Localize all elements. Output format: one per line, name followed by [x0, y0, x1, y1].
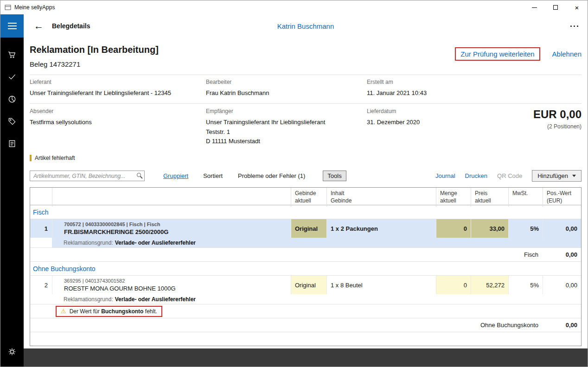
bottom-app-bar [24, 348, 588, 367]
menge-cell[interactable]: 0 [436, 219, 471, 238]
shopping-cart-icon [7, 50, 17, 59]
app-icon [5, 4, 11, 11]
document-total: EUR 0,00 [506, 108, 582, 121]
sidebar-item-tasks[interactable] [0, 66, 24, 88]
created-label: Erstellt am [367, 79, 506, 85]
ellipsis-icon [570, 25, 572, 27]
article-search [30, 171, 145, 181]
gebinde-cell[interactable]: Original [291, 219, 326, 238]
group-footer-value: 0,00 [543, 248, 581, 261]
validation-warning: ⚠ Der Wert für Buchungskonto fehlt. [56, 306, 162, 317]
print-button[interactable]: Drucken [465, 172, 487, 179]
reason-value: Verlade- oder Ausliefererfehler [115, 296, 196, 303]
reason-value: Verlade- oder Ausliefererfehler [115, 240, 196, 246]
add-button-label: Hinzufügen [537, 172, 568, 179]
more-button[interactable] [569, 23, 579, 30]
delivery-date-label: Lieferdatum [367, 108, 506, 114]
sidebar-item-settings[interactable] [0, 341, 24, 363]
validation-warning-row: ⚠ Der Wert für Buchungskonto fehlt. [30, 304, 581, 318]
document-detail: Reklamation [In Bearbeitung] Beleg 14732… [24, 38, 588, 348]
col-header-menge: Menge aktuell [436, 188, 471, 206]
window-controls: × [524, 0, 588, 14]
reason-label: Reklamationsgrund: [64, 240, 113, 246]
filter-grouped[interactable]: Gruppiert [163, 172, 188, 179]
article-name: ROESTF MONA GOURM BOHNE 1000G [64, 285, 287, 292]
row-number: 1 [30, 219, 52, 238]
article-name: FR.BISMARCKHERINGE 2500/2000G [64, 228, 287, 235]
col-header-gebinde: Gebinde aktuell [291, 188, 326, 206]
minimize-button[interactable] [524, 0, 545, 14]
col-header-inhalt: Inhalt Gebinde [326, 188, 436, 206]
sidebar-item-statistics[interactable] [0, 88, 24, 110]
minimize-icon [532, 7, 537, 8]
document-title: Reklamation [In Bearbeitung] [30, 44, 159, 55]
pie-chart-icon [7, 95, 17, 104]
warning-text: Der Wert für Buchungskonto fehlt. [70, 308, 157, 315]
supplier-label: Lieferant [30, 79, 206, 85]
qr-code-button: QR Code [497, 172, 522, 179]
price-tag-icon [7, 117, 17, 126]
sender-value: Testfirma sellysolutions [30, 118, 206, 127]
ledger-icon [7, 139, 17, 148]
info-row-1: Lieferant Unser Trainingslieferant Ihr L… [30, 75, 582, 104]
filter-sorted[interactable]: Sortiert [203, 172, 223, 179]
info-row-2: Absender Testfirma sellysolutions Empfän… [30, 104, 582, 150]
chevron-down-icon [572, 175, 576, 177]
preis-cell[interactable]: 33,00 [471, 219, 508, 238]
checkmark-icon [7, 72, 17, 82]
menge-cell[interactable]: 0 [436, 276, 471, 294]
group-footer-label: Fisch [30, 248, 543, 261]
maximize-button[interactable] [545, 0, 566, 14]
sidebar-item-cart[interactable] [0, 44, 24, 66]
hamburger-icon [8, 23, 17, 24]
row-number: 2 [30, 276, 52, 294]
sidebar-item-documents[interactable] [0, 133, 24, 155]
poswert-cell: 0,00 [543, 219, 581, 238]
search-input[interactable] [30, 171, 145, 181]
group-footer-label: Ohne Buchungskonto [30, 318, 543, 332]
add-button[interactable]: Hinzufügen [532, 170, 582, 182]
group-footer-ohne-buchungskonto: Ohne Buchungskonto 0,00 [30, 318, 581, 332]
article-cell: 369295 | 04013743001582 ROESTF MONA GOUR… [52, 276, 291, 294]
page-title: Belegdetails [52, 22, 90, 30]
preis-cell[interactable]: 52,272 [471, 276, 508, 294]
col-header-preis: Preis aktuell [471, 188, 508, 206]
close-button[interactable]: × [566, 0, 588, 14]
document-number: Beleg 14732271 [30, 60, 159, 68]
table-row-2[interactable]: 2 369295 | 04013743001582 ROESTF MONA GO… [30, 276, 581, 294]
group-header-fisch[interactable]: Fisch [30, 205, 581, 219]
gebinde-cell[interactable]: Original [291, 276, 326, 294]
maximize-icon [553, 5, 558, 10]
status-tag-label: Artikel fehlerhaft [35, 155, 75, 161]
status-tag-marker [30, 155, 32, 161]
user-name[interactable]: Katrin Buschmann [277, 22, 334, 30]
table-empty-space [30, 332, 581, 346]
reject-button[interactable]: Ablehnen [552, 47, 582, 61]
position-count: (2 Positionen) [506, 123, 582, 130]
menu-button[interactable] [0, 14, 24, 38]
app-header: ← Belegdetails Katrin Buschmann [24, 14, 588, 38]
filter-problems[interactable]: Probleme oder Fehler (1) [238, 172, 305, 179]
journal-button[interactable]: Journal [435, 172, 455, 179]
sidebar [0, 14, 24, 367]
article-meta: 700572 | 04033300002845 | Fisch | Fisch [64, 221, 287, 227]
tools-button[interactable]: Tools [323, 171, 346, 181]
forward-for-review-button[interactable]: Zur Prüfung weiterleiten [455, 47, 540, 61]
search-icon [137, 173, 141, 177]
created-value: 11. Januar 2021 10:43 [367, 89, 506, 98]
editor-value: Frau Katrin Buschmann [206, 89, 367, 98]
sidebar-item-prices[interactable] [0, 110, 24, 133]
editor-label: Bearbeiter [206, 79, 367, 85]
inhalt-cell: 1 x 8 Beutel [326, 276, 436, 294]
col-header-number [30, 188, 52, 206]
recipient-value: Unser Trainingslieferant Ihr Lieblingsli… [206, 118, 367, 146]
mwst-cell: 5% [508, 276, 543, 294]
positions-table: Gebinde aktuell Inhalt Gebinde Menge akt… [30, 187, 582, 346]
back-button[interactable]: ← [34, 20, 44, 32]
mwst-cell: 5% [508, 219, 543, 238]
table-row-1[interactable]: 1 700572 | 04033300002845 | Fisch | Fisc… [30, 219, 581, 238]
status-tag: Artikel fehlerhaft [30, 155, 582, 161]
group-header-ohne-buchungskonto[interactable]: Ohne Buchungskonto [30, 262, 581, 276]
group-footer-value: 0,00 [543, 318, 581, 332]
app-window: Meine sellyApps × [0, 0, 588, 367]
